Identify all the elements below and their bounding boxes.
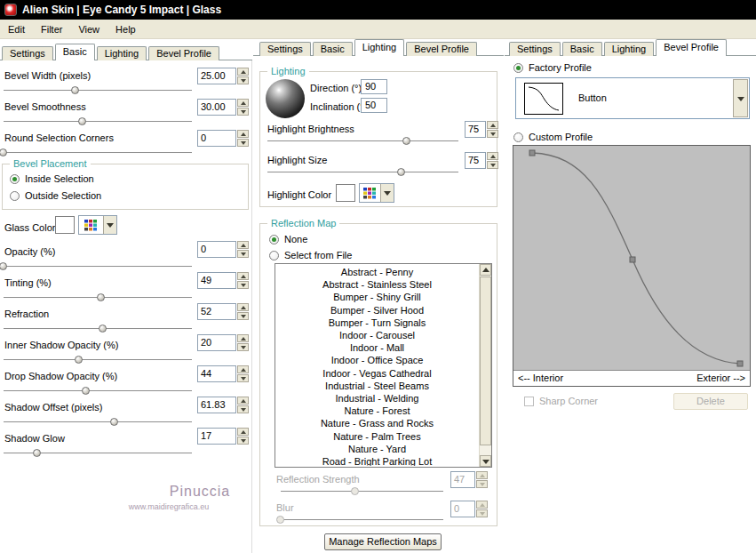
titlebar[interactable]: Alien Skin | Eye Candy 5 Impact | Glass: [0, 0, 756, 20]
list-item[interactable]: Road - Bright Parking Lot: [276, 455, 478, 466]
spin-down-icon[interactable]: [237, 437, 249, 445]
spin-up-icon[interactable]: [237, 68, 249, 76]
scrollbar-thumb[interactable]: [480, 276, 491, 445]
drop-shadow-value[interactable]: 44: [197, 365, 236, 382]
middle-tab-settings[interactable]: Settings: [259, 42, 311, 56]
radio-icon[interactable]: [269, 251, 279, 260]
menu-view[interactable]: View: [70, 24, 107, 35]
opacity-value[interactable]: 0: [197, 241, 236, 258]
drop-shadow-slider[interactable]: [4, 387, 192, 397]
spin-down-icon[interactable]: [237, 405, 249, 413]
slider-track[interactable]: [4, 90, 192, 92]
slider-track[interactable]: [4, 152, 192, 154]
spin-up-icon[interactable]: [237, 334, 249, 342]
inner-shadow-slider[interactable]: [4, 356, 192, 365]
menu-help[interactable]: Help: [107, 24, 144, 35]
bevel-width-slider[interactable]: [4, 86, 192, 96]
opacity-slider[interactable]: [4, 262, 192, 272]
spin-down-icon[interactable]: [237, 250, 249, 258]
reflection-map-list[interactable]: Abstract - Penny Abstract - Stainless St…: [275, 263, 492, 468]
right-tab-settings[interactable]: Settings: [509, 42, 561, 56]
spin-up-icon[interactable]: [237, 303, 249, 311]
slider-thumb[interactable]: [0, 148, 7, 156]
middle-tab-lighting[interactable]: Lighting: [354, 39, 405, 56]
round-corners-slider[interactable]: [4, 148, 192, 158]
list-item[interactable]: Indoor - Carousel: [276, 329, 478, 341]
left-tab-bevel-profile[interactable]: Bevel Profile: [148, 46, 219, 60]
shadow-offset-slider[interactable]: [4, 418, 192, 428]
spin-up-icon[interactable]: [487, 121, 498, 129]
menu-edit[interactable]: Edit: [0, 24, 33, 35]
slider-thumb[interactable]: [82, 387, 90, 395]
spin-down-icon[interactable]: [487, 130, 498, 138]
slider-thumb[interactable]: [402, 137, 410, 145]
shadow-offset-value[interactable]: 61.83: [197, 397, 236, 413]
highlight-size-slider[interactable]: [267, 168, 458, 178]
slider-track[interactable]: [4, 121, 192, 123]
list-item[interactable]: Bumper - Turn Signals: [276, 317, 478, 329]
middle-tab-basic[interactable]: Basic: [313, 42, 353, 56]
slider-track[interactable]: [4, 421, 192, 423]
spin-up-icon[interactable]: [237, 428, 249, 436]
scrollbar-up-icon[interactable]: [480, 264, 491, 276]
left-tab-lighting[interactable]: Lighting: [97, 46, 147, 60]
radio-icon[interactable]: [513, 132, 523, 142]
factory-profile-dropdown[interactable]: Button: [515, 77, 750, 119]
glass-color-dropdown[interactable]: [78, 215, 117, 235]
refraction-value[interactable]: 52: [197, 303, 236, 320]
spin-down-icon[interactable]: [237, 343, 249, 351]
left-tab-settings[interactable]: Settings: [2, 46, 53, 60]
slider-thumb[interactable]: [33, 449, 41, 457]
spin-up-icon[interactable]: [237, 272, 249, 280]
bevel-smoothness-slider[interactable]: [4, 117, 192, 127]
outside-selection-radio[interactable]: Outside Selection: [10, 190, 101, 201]
bevel-width-value[interactable]: 25.00: [197, 68, 236, 84]
round-corners-value[interactable]: 0: [197, 130, 236, 147]
slider-track[interactable]: [4, 328, 192, 330]
slider-track[interactable]: [4, 453, 192, 454]
radio-icon[interactable]: [513, 63, 523, 73]
list-item[interactable]: Nature - Yard: [276, 443, 478, 455]
spin-up-icon[interactable]: [237, 130, 249, 138]
dropdown-arrow-icon[interactable]: [380, 184, 394, 202]
spin-down-icon[interactable]: [237, 374, 249, 382]
inclination-field[interactable]: 50: [361, 98, 387, 113]
list-item[interactable]: Indoor - Mall: [276, 341, 478, 354]
light-direction-ball[interactable]: [266, 79, 305, 118]
slider-thumb[interactable]: [75, 356, 83, 364]
tinting-value[interactable]: 49: [197, 272, 236, 289]
radio-icon[interactable]: [269, 235, 279, 244]
left-tab-basic[interactable]: Basic: [55, 44, 95, 60]
highlight-color-dropdown[interactable]: [359, 183, 394, 203]
inside-selection-radio[interactable]: Inside Selection: [10, 173, 94, 184]
spin-down-icon[interactable]: [237, 76, 249, 84]
tinting-slider[interactable]: [4, 293, 192, 303]
right-tab-bevel-profile[interactable]: Bevel Profile: [656, 39, 727, 56]
list-item[interactable]: Abstract - Penny: [276, 266, 478, 278]
spin-down-icon[interactable]: [237, 312, 249, 320]
right-tab-basic[interactable]: Basic: [562, 42, 602, 56]
list-item[interactable]: Nature - Forest: [276, 405, 478, 417]
slider-thumb[interactable]: [78, 117, 86, 125]
highlight-size-value[interactable]: 75: [465, 152, 486, 169]
slider-thumb[interactable]: [0, 262, 7, 270]
spin-up-icon[interactable]: [237, 99, 249, 107]
shadow-glow-value[interactable]: 17: [197, 428, 236, 445]
spin-down-icon[interactable]: [237, 139, 249, 147]
reflection-file-radio[interactable]: Select from File: [269, 250, 352, 260]
spin-up-icon[interactable]: [237, 365, 249, 373]
spin-up-icon[interactable]: [487, 152, 498, 160]
radio-icon[interactable]: [10, 191, 20, 201]
slider-thumb[interactable]: [110, 418, 118, 426]
list-scrollbar[interactable]: [479, 264, 491, 467]
radio-icon[interactable]: [10, 174, 20, 184]
spin-up-icon[interactable]: [237, 397, 249, 405]
reflection-none-radio[interactable]: None: [269, 234, 307, 244]
list-item[interactable]: Indoor - Office Space: [276, 354, 478, 366]
dropdown-arrow-icon[interactable]: [733, 79, 748, 117]
factory-profile-radio[interactable]: Factory Profile: [513, 62, 592, 73]
slider-thumb[interactable]: [97, 293, 105, 301]
list-item[interactable]: Nature - Grass and Rocks: [276, 417, 478, 429]
refraction-slider[interactable]: [4, 325, 192, 334]
shadow-glow-slider[interactable]: [4, 449, 192, 459]
